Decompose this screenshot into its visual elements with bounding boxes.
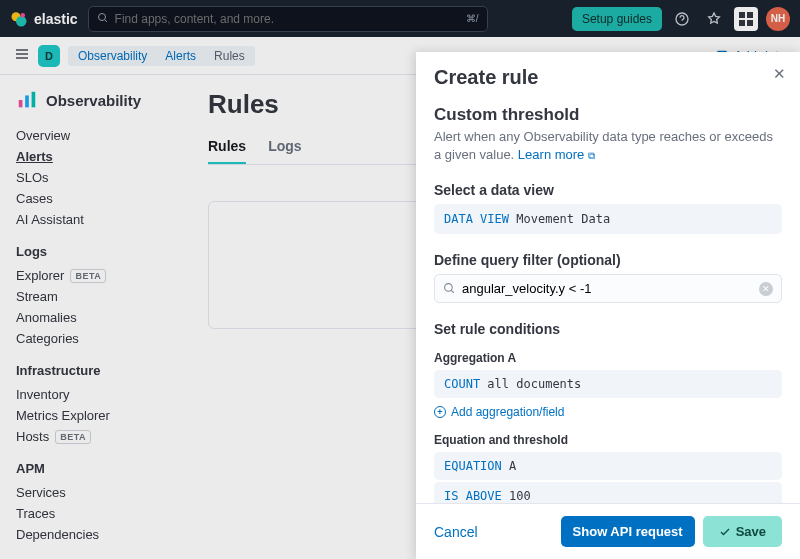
sidebar-item-metrics-explorer[interactable]: Metrics Explorer [16,405,170,426]
svg-line-17 [451,291,454,294]
group-title-apm: APM [16,461,170,476]
sidebar-group-apm: APM Services Traces Dependencies [16,461,170,545]
data-view-key: DATA VIEW [444,212,509,226]
help-icon[interactable] [670,7,694,31]
query-filter-input[interactable]: ✕ [434,274,782,303]
sidebar-title: Observability [46,92,141,109]
tab-rules[interactable]: Rules [208,138,246,164]
learn-more-link[interactable]: Learn more ⧉ [518,147,595,162]
sidebar-item-overview[interactable]: Overview [16,125,170,146]
hamburger-icon[interactable] [14,46,30,65]
sidebar-item-inventory[interactable]: Inventory [16,384,170,405]
create-rule-flyout: ✕ Create rule Custom threshold Alert whe… [416,52,800,559]
beta-badge: BETA [70,269,106,283]
sidebar-header: Observability [16,89,170,111]
sidebar-group-logs: Logs ExplorerBETA Stream Anomalies Categ… [16,244,170,349]
svg-rect-13 [19,100,23,107]
aggregation-selector[interactable]: COUNT all documents [434,370,782,398]
query-text-input[interactable] [462,281,753,296]
svg-point-16 [445,284,453,292]
brand-logo[interactable]: elastic [10,10,78,28]
sidebar-item-anomalies[interactable]: Anomalies [16,307,170,328]
data-view-selector[interactable]: DATA VIEW Movement Data [434,204,782,234]
aggregation-a-label: Aggregation A [434,351,782,365]
equation-value: A [509,459,516,473]
external-link-icon: ⧉ [588,150,595,161]
svg-point-1 [16,16,27,27]
aggregation-keyword: COUNT [444,377,480,391]
sidebar-item-dependencies[interactable]: Dependencies [16,524,170,545]
flyout-footer: Cancel Show API request Save [416,503,800,559]
crumb-observability[interactable]: Observability [68,46,157,66]
add-aggregation-link[interactable]: + Add aggregation/field [434,405,782,419]
sidebar-item-stream[interactable]: Stream [16,286,170,307]
sidebar-item-cases[interactable]: Cases [16,188,170,209]
sidebar: Observability Overview Alerts SLOs Cases… [0,75,186,559]
equation-box[interactable]: EQUATION A [434,452,782,480]
sidebar-item-hosts[interactable]: HostsBETA [16,426,170,447]
elastic-logo-icon [10,10,28,28]
observability-icon [16,89,38,111]
sidebar-item-ai-assistant[interactable]: AI Assistant [16,209,170,230]
breadcrumb: Observability Alerts Rules [68,46,255,66]
search-shortcut: ⌘/ [466,13,479,24]
threshold-value: 100 [509,489,531,503]
apps-icon[interactable] [734,7,758,31]
clear-icon[interactable]: ✕ [759,282,773,296]
setup-guides-button[interactable]: Setup guides [572,7,662,31]
sidebar-item-explorer[interactable]: ExplorerBETA [16,265,170,286]
sidebar-group-infra: Infrastructure Inventory Metrics Explore… [16,363,170,447]
set-conditions-label: Set rule conditions [434,321,782,337]
flyout-header: Create rule [416,52,800,93]
plus-circle-icon: + [434,406,446,418]
sidebar-item-alerts[interactable]: Alerts [16,146,170,167]
close-icon[interactable]: ✕ [773,65,786,83]
aggregation-target: all documents [487,377,581,391]
svg-point-2 [21,13,26,18]
flyout-title: Create rule [434,66,782,89]
custom-threshold-sub: Alert when any Observability data type r… [434,128,782,164]
data-view-name: Movement Data [516,212,610,226]
user-avatar[interactable]: NH [766,7,790,31]
topbar-right: Setup guides NH [572,7,790,31]
global-top-bar: elastic ⌘/ Setup guides NH [0,0,800,37]
custom-threshold-heading: Custom threshold [434,105,782,125]
svg-line-4 [104,19,107,22]
sidebar-item-traces[interactable]: Traces [16,503,170,524]
flyout-body: Custom threshold Alert when any Observab… [416,93,800,503]
define-query-label: Define query filter (optional) [434,252,782,268]
svg-rect-14 [25,95,29,107]
sidebar-item-categories[interactable]: Categories [16,328,170,349]
space-badge[interactable]: D [38,45,60,67]
crumb-rules: Rules [204,46,255,66]
equation-keyword: EQUATION [444,459,502,473]
sidebar-item-slos[interactable]: SLOs [16,167,170,188]
crumb-alerts[interactable]: Alerts [155,46,206,66]
check-icon [719,526,731,538]
select-data-view-label: Select a data view [434,182,782,198]
brand-text: elastic [34,11,78,27]
equation-threshold-label: Equation and threshold [434,433,782,447]
cancel-button[interactable]: Cancel [434,524,478,540]
global-search: ⌘/ [88,6,488,32]
tab-logs[interactable]: Logs [268,138,301,164]
svg-rect-15 [32,92,36,108]
threshold-keyword: IS ABOVE [444,489,502,503]
search-icon [443,282,456,295]
threshold-box[interactable]: IS ABOVE 100 [434,482,782,503]
search-box[interactable]: ⌘/ [88,6,488,32]
sidebar-item-services[interactable]: Services [16,482,170,503]
beta-badge: BETA [55,430,91,444]
svg-point-5 [676,13,688,25]
sidebar-group-main: Overview Alerts SLOs Cases AI Assistant [16,125,170,230]
search-input[interactable] [115,12,460,26]
save-button[interactable]: Save [703,516,782,547]
group-title-infra: Infrastructure [16,363,170,378]
group-title-logs: Logs [16,244,170,259]
show-api-request-button[interactable]: Show API request [561,516,695,547]
news-icon[interactable] [702,7,726,31]
search-icon [97,11,109,27]
svg-point-3 [98,13,105,20]
